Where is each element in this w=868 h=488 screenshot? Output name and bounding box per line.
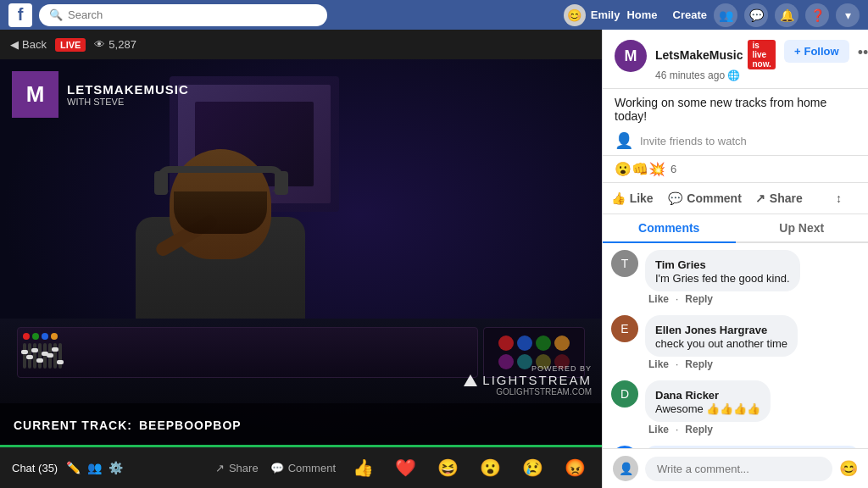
comment-action[interactable]: 💬 Comment xyxy=(661,185,748,212)
chat-settings-icon[interactable]: ⚙️ xyxy=(108,461,123,474)
host-live-tag: is live now. xyxy=(748,40,775,69)
search-input[interactable] xyxy=(68,8,317,21)
share-label: Share xyxy=(229,462,259,474)
more-reactions-action[interactable]: ↕ xyxy=(810,185,868,212)
like-action[interactable]: 👍 Like xyxy=(603,185,661,212)
reaction-wow[interactable]: 😮 xyxy=(475,452,505,483)
video-bottom-bar: Chat (35) ✏️ 👥 ⚙️ ↗ Share 💬 Comment 👍 ❤️… xyxy=(0,447,602,488)
reply-comment-btn[interactable]: Reply xyxy=(685,358,713,370)
top-navigation: f 🔍 😊 Emily Home Create 👥 💬 🔔 ❓ ▾ xyxy=(0,0,868,30)
invite-row[interactable]: 👤 Invite friends to watch xyxy=(603,126,868,156)
person-add-icon: 👤 xyxy=(615,131,633,150)
comment-content: Tim Gries I'm Gries fed the good kind. L… xyxy=(645,250,800,307)
comment-actions: Like · Reply xyxy=(645,291,800,307)
host-name[interactable]: LetsMakeMusic xyxy=(655,48,743,62)
nav-links: Home Create xyxy=(626,8,707,21)
comment-text: check you out another time xyxy=(655,337,787,350)
comment-label: Comment xyxy=(288,462,336,474)
comment-icon: 💬 xyxy=(270,462,284,474)
view-count: 👁 5,287 xyxy=(94,38,136,51)
commenter-avatar: E xyxy=(611,315,638,342)
comment-button[interactable]: 💬 Comment xyxy=(270,462,336,474)
more-options-button[interactable]: ••• xyxy=(858,40,868,65)
reaction-angry[interactable]: 😡 xyxy=(559,452,590,483)
track-name: BEEPBOOPBOP xyxy=(139,419,242,432)
commenter-name: Dana Ricker xyxy=(655,389,719,402)
friends-icon[interactable]: 👥 xyxy=(714,3,737,27)
messenger-icon[interactable]: 💬 xyxy=(744,3,768,27)
tabs-bar: Comments Up Next xyxy=(603,214,868,243)
video-area: POWERED BY LIGHTSTREAM GOLIGHTSTREAM.COM… xyxy=(0,59,602,447)
chat-people-icon[interactable]: 👥 xyxy=(87,461,102,474)
globe-icon: 🌐 xyxy=(727,69,740,81)
notifications-icon[interactable]: 🔔 xyxy=(775,3,798,27)
action-bar: 👍 Like 💬 Comment ↗ Share ↕ xyxy=(603,183,868,214)
reply-comment-btn[interactable]: Reply xyxy=(685,293,713,305)
host-name-row: LetsMakeMusic is live now. xyxy=(655,40,776,69)
user-profile[interactable]: 😊 Emily xyxy=(564,4,620,26)
lightstream-powered-label: POWERED BY xyxy=(464,364,592,373)
emoji-button[interactable]: 😊 xyxy=(839,459,858,478)
tab-comments[interactable]: Comments xyxy=(603,214,736,243)
user-name: Emily xyxy=(591,8,620,21)
search-bar[interactable]: 🔍 xyxy=(39,4,327,26)
reaction-count: 6 xyxy=(670,163,676,175)
comment-bubble-icon: 💬 xyxy=(668,191,682,205)
channel-subtitle: WITH STEVE xyxy=(67,97,189,107)
chat-edit-icon[interactable]: ✏️ xyxy=(66,461,81,474)
channel-name: LETSMAKEMUSIC xyxy=(67,82,189,97)
back-button[interactable]: ◀ Back xyxy=(10,38,47,51)
lightstream-logo: LIGHTSTREAM xyxy=(464,373,592,387)
video-panel: ◀ Back LIVE 👁 5,287 xyxy=(0,30,602,488)
like-comment-btn[interactable]: Like xyxy=(648,358,669,370)
fb-logo-letter: f xyxy=(18,5,24,25)
share-button[interactable]: ↗ Share xyxy=(215,462,259,474)
like-comment-btn[interactable]: Like xyxy=(648,293,669,305)
nav-link-home[interactable]: Home xyxy=(626,8,657,21)
comment-content: Dana Ricker Awesome 👍👍👍👍 Like · Reply xyxy=(645,380,771,437)
comment-action-label: Comment xyxy=(687,191,742,205)
share-action[interactable]: ↗ Share xyxy=(748,185,810,212)
eye-icon: 👁 xyxy=(94,38,105,51)
account-menu-icon[interactable]: ▾ xyxy=(836,3,860,27)
invite-text: Invite friends to watch xyxy=(640,135,747,147)
right-panel: M LetsMakeMusic is live now. 46 minutes … xyxy=(602,30,868,488)
reaction-sad[interactable]: 😢 xyxy=(517,452,548,483)
comment-input-area: 👤 😊 xyxy=(603,448,868,488)
back-arrow-icon: ◀ xyxy=(10,38,19,51)
stream-header: M LetsMakeMusic is live now. 46 minutes … xyxy=(603,30,868,89)
nav-link-create[interactable]: Create xyxy=(673,8,707,21)
reaction-like[interactable]: 👍 xyxy=(348,452,378,483)
commenter-name: Tim Gries xyxy=(655,258,706,271)
comment-input[interactable] xyxy=(645,457,832,481)
comment-text: Awesome 👍👍👍👍 xyxy=(655,402,760,415)
back-label: Back xyxy=(22,38,47,51)
lightstream-watermark: POWERED BY LIGHTSTREAM GOLIGHTSTREAM.COM xyxy=(464,364,592,396)
progress-bar xyxy=(0,445,602,447)
channel-logo: M xyxy=(12,71,58,118)
comment-actions: Like · Reply xyxy=(645,357,798,372)
host-initial: M xyxy=(625,47,637,65)
channel-info: LETSMAKEMUSIC WITH STEVE xyxy=(67,82,189,107)
reaction-love[interactable]: ❤️ xyxy=(390,452,420,483)
view-count-number: 5,287 xyxy=(108,38,136,51)
comment-text: I'm Gries fed the good kind. xyxy=(655,272,790,285)
separator: · xyxy=(676,358,678,370)
thumbs-up-icon: 👍 xyxy=(611,191,626,205)
track-label: CURRENT TRACK: xyxy=(14,419,132,432)
help-icon[interactable]: ❓ xyxy=(805,3,829,27)
like-comment-btn[interactable]: Like xyxy=(648,424,669,435)
host-time-ago: 46 minutes ago xyxy=(655,69,725,81)
comment-item: E Ellen Jones Hargrave check you out ano… xyxy=(611,315,860,372)
lightstream-triangle-icon xyxy=(464,374,477,386)
live-badge: LIVE xyxy=(55,38,86,52)
reply-comment-btn[interactable]: Reply xyxy=(685,424,713,435)
reaction-haha[interactable]: 😆 xyxy=(432,452,463,483)
commenter-avatar: D xyxy=(611,380,638,408)
tab-up-next[interactable]: Up Next xyxy=(736,214,869,241)
follow-button[interactable]: + Follow xyxy=(784,40,849,63)
host-avatar: M xyxy=(615,40,647,72)
video-scene: POWERED BY LIGHTSTREAM GOLIGHTSTREAM.COM… xyxy=(0,59,602,447)
like-label: Like xyxy=(630,191,654,205)
comment-bubble: Dana Ricker Awesome 👍👍👍👍 xyxy=(645,380,771,422)
